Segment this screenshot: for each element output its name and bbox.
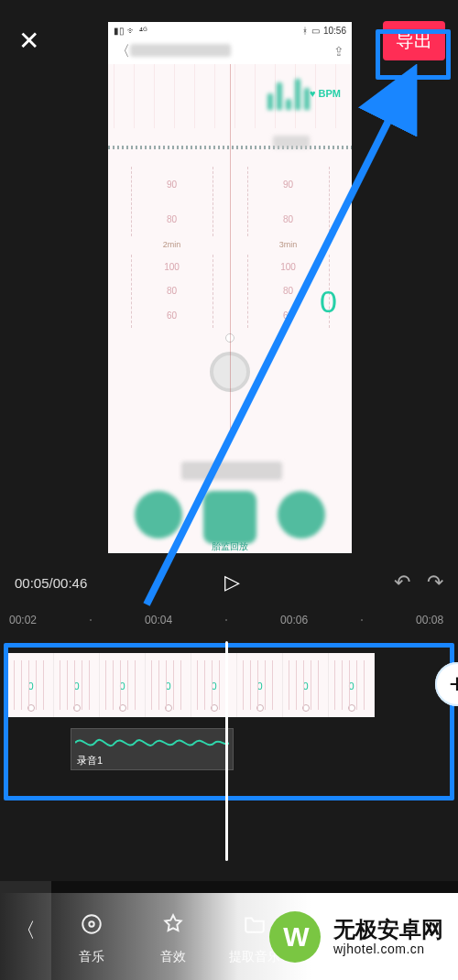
toolbar-item-folder[interactable]: 提取音乐 <box>222 912 288 965</box>
play-button[interactable]: ▷ <box>224 571 240 594</box>
status-time: 10:56 <box>323 26 346 36</box>
scale-label: 2min <box>163 240 181 249</box>
time-ruler[interactable]: 00:02 00:04 00:06 00:08 <box>0 608 458 632</box>
share-icon: ⇪ <box>333 44 344 59</box>
frame-dot-icon <box>165 704 172 712</box>
svg-point-2 <box>90 921 94 926</box>
scale-tick: 90 <box>167 180 177 190</box>
note-icon <box>324 912 348 942</box>
frame-dot-icon <box>27 704 35 712</box>
clip-frame[interactable]: 0 <box>329 653 375 717</box>
square-icon <box>203 491 256 544</box>
export-highlight <box>376 29 451 80</box>
preview-bottom-row <box>108 491 352 544</box>
audio-clip[interactable]: 录音1 <box>71 728 234 770</box>
ruler-tick: 00:06 <box>280 614 308 626</box>
timecode: 00:05/00:46 <box>15 575 87 591</box>
bottom-toolbar: 〈 音乐音效提取音乐抖音收藏录音 <box>0 881 458 980</box>
signal-icon: ▮▯ <box>114 26 125 36</box>
toolbar-label: 提取音乐 <box>229 949 280 965</box>
frame-value: 0 <box>191 681 236 691</box>
clip-frame[interactable]: 0 <box>100 653 146 717</box>
frame-dot-icon <box>73 704 81 712</box>
playhead[interactable] <box>225 641 228 861</box>
timeline[interactable]: 00000000 + 录音1 <box>4 643 454 800</box>
frame-dot-icon <box>119 704 126 712</box>
video-track[interactable]: 00000000 <box>8 653 450 717</box>
play-controls: 00:05/00:46 ▷ ↶ ↷ <box>0 562 458 603</box>
svg-point-3 <box>329 928 333 932</box>
mic-icon <box>406 912 430 942</box>
frame-value: 0 <box>329 681 374 691</box>
blurred-value <box>273 136 310 148</box>
disc-icon <box>80 912 104 942</box>
toolbar-label: 音效 <box>160 949 186 965</box>
audio-waveform-icon <box>75 733 229 753</box>
redo-button[interactable]: ↷ <box>427 571 443 594</box>
scale-tick: 60 <box>167 310 177 321</box>
undo-button[interactable]: ↶ <box>394 571 410 594</box>
frame-dot-icon <box>302 704 310 712</box>
clip-frame[interactable]: 0 <box>54 653 100 717</box>
star-icon <box>161 912 185 942</box>
toolbar-label: 音乐 <box>79 949 104 965</box>
ruler-dot <box>225 619 227 621</box>
clip-frame[interactable]: 0 <box>191 653 237 717</box>
blurred-title <box>130 44 333 59</box>
toolbar-item-note[interactable]: 抖音收藏 <box>303 912 369 965</box>
frame-value: 0 <box>54 681 99 691</box>
video-preview[interactable]: ▮▯ ᯤ ⁴ᴳ ᚼ ▭ 10:56 〈 ⇪ ♥ <box>108 22 352 553</box>
scale-label: 3min <box>279 240 298 249</box>
center-marker <box>230 64 231 443</box>
frame-dot-icon <box>256 704 264 712</box>
ruler-tick: 00:08 <box>416 614 443 626</box>
preview-bottom-label: 胎监回放 <box>108 540 352 553</box>
svg-point-1 <box>83 915 102 933</box>
scale-tick: 80 <box>167 286 177 296</box>
heart-icon: ♥ <box>310 88 316 99</box>
bpm-text: BPM <box>319 88 341 99</box>
audio-clip-label: 录音1 <box>77 754 103 768</box>
scale-tick: 80 <box>283 214 293 224</box>
ruler-tick: 00:04 <box>145 614 172 626</box>
toolbar-back-button[interactable]: 〈 <box>0 881 51 980</box>
scale-tick: 100 <box>280 262 296 272</box>
circle-icon <box>278 491 325 539</box>
clip-frame[interactable]: 0 <box>237 653 283 717</box>
scale-tick: 60 <box>283 310 293 321</box>
scale-tick: 80 <box>283 286 293 296</box>
scale2-col-b: 100 80 60 <box>247 255 330 328</box>
folder-icon <box>243 912 267 942</box>
frame-dot-icon <box>348 704 355 712</box>
scale-tick: 100 <box>164 262 180 272</box>
frame-value: 0 <box>100 681 145 691</box>
bt-icon: ᚼ <box>302 26 308 36</box>
phone-status-bar: ▮▯ ᯤ ⁴ᴳ ᚼ ▭ 10:56 <box>108 22 352 38</box>
clip-frame[interactable]: 0 <box>8 653 54 717</box>
svg-point-4 <box>340 926 344 931</box>
frame-value: 0 <box>283 681 328 691</box>
scale2-col-a: 100 80 60 <box>131 255 213 328</box>
clip-frame[interactable]: 0 <box>146 653 191 717</box>
blurred-text <box>181 462 282 480</box>
toolbar-label: 抖音收藏 <box>311 949 362 965</box>
battery-icon: ▭ <box>311 26 320 36</box>
toolbar-item-mic[interactable]: 录音 <box>385 912 451 965</box>
time-total: 00:46 <box>53 575 88 591</box>
toolbar-items: 音乐音效提取音乐抖音收藏录音 <box>51 896 458 965</box>
big-value: 0 <box>320 284 337 320</box>
ruler-dot <box>361 619 363 621</box>
clip-frame[interactable]: 0 <box>283 653 329 717</box>
bpm-bars <box>267 77 310 110</box>
wifi-icon: ᯤ <box>127 26 136 36</box>
frame-dot-icon <box>211 704 218 712</box>
scale-col-b: 90 80 3min <box>247 167 330 236</box>
toolbar-item-star[interactable]: 音效 <box>140 912 206 965</box>
scale-tick: 80 <box>167 214 177 224</box>
close-button[interactable]: ✕ <box>18 26 39 56</box>
toolbar-item-disc[interactable]: 音乐 <box>59 912 125 965</box>
ruler-tick: 00:02 <box>9 614 37 626</box>
bpm-label: ♥ BPM <box>310 88 341 99</box>
svg-rect-5 <box>414 915 420 926</box>
phone-header: 〈 ⇪ <box>108 38 352 64</box>
